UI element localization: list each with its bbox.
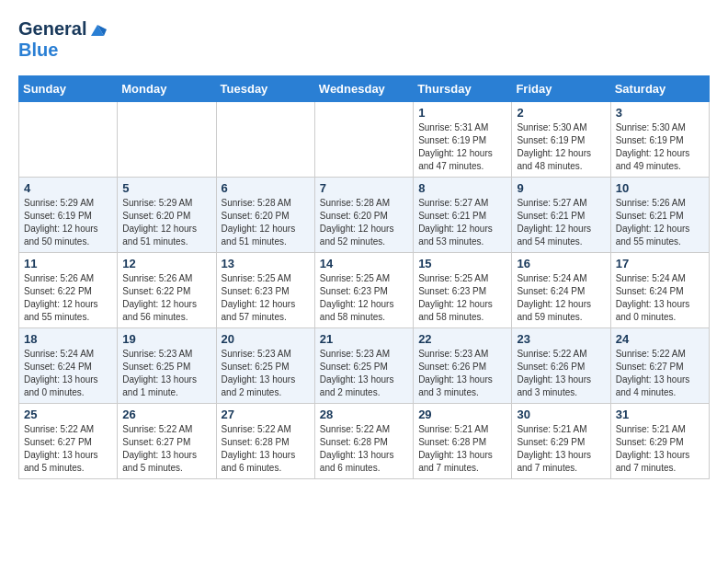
day-cell: 14Sunrise: 5:25 AM Sunset: 6:23 PM Dayli… [314, 253, 413, 328]
day-info: Sunrise: 5:29 AM Sunset: 6:20 PM Dayligh… [122, 197, 210, 248]
day-number: 9 [517, 181, 605, 195]
logo-general-word: General [18, 18, 86, 40]
day-info: Sunrise: 5:25 AM Sunset: 6:23 PM Dayligh… [222, 272, 310, 324]
day-info: Sunrise: 5:27 AM Sunset: 6:21 PM Dayligh… [517, 197, 605, 248]
day-info: Sunrise: 5:21 AM Sunset: 6:29 PM Dayligh… [616, 423, 704, 475]
day-number: 1 [418, 106, 506, 120]
day-cell: 26Sunrise: 5:22 AM Sunset: 6:27 PM Dayli… [118, 404, 216, 479]
day-cell: 13Sunrise: 5:25 AM Sunset: 6:23 PM Dayli… [216, 253, 314, 328]
day-cell: 25Sunrise: 5:22 AM Sunset: 6:27 PM Dayli… [19, 404, 118, 479]
week-row-5: 25Sunrise: 5:22 AM Sunset: 6:27 PM Dayli… [19, 404, 710, 479]
day-info: Sunrise: 5:30 AM Sunset: 6:19 PM Dayligh… [616, 121, 704, 173]
day-info: Sunrise: 5:22 AM Sunset: 6:28 PM Dayligh… [222, 423, 310, 475]
day-number: 13 [222, 257, 310, 270]
day-cell: 27Sunrise: 5:22 AM Sunset: 6:28 PM Dayli… [216, 404, 314, 479]
day-cell: 5Sunrise: 5:29 AM Sunset: 6:20 PM Daylig… [118, 178, 216, 253]
day-info: Sunrise: 5:24 AM Sunset: 6:24 PM Dayligh… [517, 272, 605, 324]
day-number: 15 [418, 257, 506, 270]
day-cell: 10Sunrise: 5:26 AM Sunset: 6:21 PM Dayli… [610, 178, 709, 253]
day-cell [216, 102, 314, 178]
day-number: 11 [24, 257, 112, 270]
day-number: 27 [222, 408, 310, 421]
day-info: Sunrise: 5:26 AM Sunset: 6:22 PM Dayligh… [24, 272, 112, 324]
day-cell: 7Sunrise: 5:28 AM Sunset: 6:20 PM Daylig… [314, 178, 413, 253]
logo-blue-word: Blue [18, 40, 58, 60]
day-number: 24 [616, 332, 704, 346]
day-cell: 12Sunrise: 5:26 AM Sunset: 6:22 PM Dayli… [118, 253, 216, 328]
day-info: Sunrise: 5:25 AM Sunset: 6:23 PM Dayligh… [418, 272, 506, 324]
day-number: 4 [24, 181, 112, 195]
week-row-4: 18Sunrise: 5:24 AM Sunset: 6:24 PM Dayli… [19, 328, 710, 404]
day-number: 2 [517, 106, 605, 120]
day-number: 20 [222, 332, 310, 346]
calendar: SundayMondayTuesdayWednesdayThursdayFrid… [18, 75, 710, 479]
logo: General Blue [18, 18, 107, 61]
week-row-3: 11Sunrise: 5:26 AM Sunset: 6:22 PM Dayli… [19, 253, 710, 328]
day-info: Sunrise: 5:27 AM Sunset: 6:21 PM Dayligh… [418, 197, 506, 248]
day-number: 8 [418, 181, 506, 195]
day-cell [314, 102, 413, 178]
weekday-header-wednesday: Wednesday [314, 76, 413, 102]
day-info: Sunrise: 5:30 AM Sunset: 6:19 PM Dayligh… [517, 121, 605, 173]
day-number: 5 [122, 181, 210, 195]
day-cell: 18Sunrise: 5:24 AM Sunset: 6:24 PM Dayli… [19, 328, 118, 404]
day-cell: 1Sunrise: 5:31 AM Sunset: 6:19 PM Daylig… [414, 102, 512, 178]
day-info: Sunrise: 5:23 AM Sunset: 6:25 PM Dayligh… [122, 348, 210, 399]
day-cell: 8Sunrise: 5:27 AM Sunset: 6:21 PM Daylig… [414, 178, 512, 253]
day-info: Sunrise: 5:21 AM Sunset: 6:28 PM Dayligh… [418, 423, 506, 475]
day-number: 31 [616, 408, 704, 421]
day-info: Sunrise: 5:24 AM Sunset: 6:24 PM Dayligh… [616, 272, 704, 324]
day-info: Sunrise: 5:22 AM Sunset: 6:28 PM Dayligh… [320, 423, 408, 475]
day-number: 6 [222, 181, 310, 195]
day-number: 22 [418, 332, 506, 346]
day-number: 18 [24, 332, 112, 346]
weekday-header-row: SundayMondayTuesdayWednesdayThursdayFrid… [19, 76, 710, 102]
day-cell: 22Sunrise: 5:23 AM Sunset: 6:26 PM Dayli… [414, 328, 512, 404]
week-row-1: 1Sunrise: 5:31 AM Sunset: 6:19 PM Daylig… [19, 102, 710, 178]
day-number: 7 [320, 181, 408, 195]
day-info: Sunrise: 5:21 AM Sunset: 6:29 PM Dayligh… [517, 423, 605, 475]
day-info: Sunrise: 5:22 AM Sunset: 6:27 PM Dayligh… [616, 348, 704, 399]
day-info: Sunrise: 5:23 AM Sunset: 6:25 PM Dayligh… [222, 348, 310, 399]
day-cell: 20Sunrise: 5:23 AM Sunset: 6:25 PM Dayli… [216, 328, 314, 404]
day-cell: 28Sunrise: 5:22 AM Sunset: 6:28 PM Dayli… [314, 404, 413, 479]
day-number: 25 [24, 408, 112, 421]
day-cell: 24Sunrise: 5:22 AM Sunset: 6:27 PM Dayli… [610, 328, 709, 404]
day-number: 17 [616, 257, 704, 270]
day-number: 30 [517, 408, 605, 421]
day-cell: 3Sunrise: 5:30 AM Sunset: 6:19 PM Daylig… [610, 102, 709, 178]
day-number: 3 [616, 106, 704, 120]
day-info: Sunrise: 5:28 AM Sunset: 6:20 PM Dayligh… [320, 197, 408, 248]
day-number: 16 [517, 257, 605, 270]
day-cell: 23Sunrise: 5:22 AM Sunset: 6:26 PM Dayli… [512, 328, 610, 404]
day-info: Sunrise: 5:23 AM Sunset: 6:26 PM Dayligh… [418, 348, 506, 399]
day-number: 26 [122, 408, 210, 421]
day-info: Sunrise: 5:29 AM Sunset: 6:19 PM Dayligh… [24, 197, 112, 248]
day-info: Sunrise: 5:28 AM Sunset: 6:20 PM Dayligh… [222, 197, 310, 248]
day-number: 19 [122, 332, 210, 346]
day-cell: 21Sunrise: 5:23 AM Sunset: 6:25 PM Dayli… [314, 328, 413, 404]
day-info: Sunrise: 5:26 AM Sunset: 6:21 PM Dayligh… [616, 197, 704, 248]
day-cell: 29Sunrise: 5:21 AM Sunset: 6:28 PM Dayli… [414, 404, 512, 479]
week-row-2: 4Sunrise: 5:29 AM Sunset: 6:19 PM Daylig… [19, 178, 710, 253]
day-number: 12 [122, 257, 210, 270]
day-cell: 30Sunrise: 5:21 AM Sunset: 6:29 PM Dayli… [512, 404, 610, 479]
day-cell: 6Sunrise: 5:28 AM Sunset: 6:20 PM Daylig… [216, 178, 314, 253]
day-cell [19, 102, 118, 178]
weekday-header-saturday: Saturday [610, 76, 709, 102]
day-info: Sunrise: 5:22 AM Sunset: 6:27 PM Dayligh… [122, 423, 210, 475]
day-info: Sunrise: 5:22 AM Sunset: 6:26 PM Dayligh… [517, 348, 605, 399]
day-info: Sunrise: 5:26 AM Sunset: 6:22 PM Dayligh… [122, 272, 210, 324]
day-cell: 9Sunrise: 5:27 AM Sunset: 6:21 PM Daylig… [512, 178, 610, 253]
day-cell: 16Sunrise: 5:24 AM Sunset: 6:24 PM Dayli… [512, 253, 610, 328]
day-number: 14 [320, 257, 408, 270]
day-info: Sunrise: 5:24 AM Sunset: 6:24 PM Dayligh… [24, 348, 112, 399]
weekday-header-monday: Monday [118, 76, 216, 102]
weekday-header-thursday: Thursday [414, 76, 512, 102]
day-cell: 17Sunrise: 5:24 AM Sunset: 6:24 PM Dayli… [610, 253, 709, 328]
day-number: 10 [616, 181, 704, 195]
day-cell: 19Sunrise: 5:23 AM Sunset: 6:25 PM Dayli… [118, 328, 216, 404]
day-cell [118, 102, 216, 178]
weekday-header-tuesday: Tuesday [216, 76, 314, 102]
weekday-header-sunday: Sunday [19, 76, 118, 102]
